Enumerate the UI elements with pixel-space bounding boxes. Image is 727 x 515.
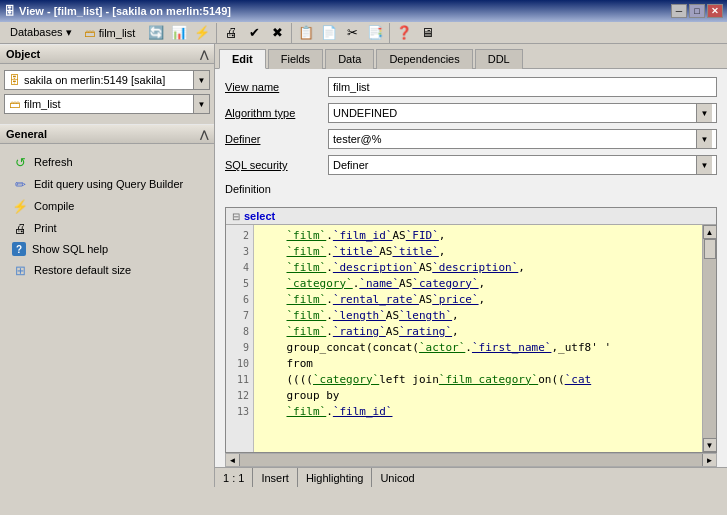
view-name-input[interactable] bbox=[328, 77, 717, 97]
code-line-2: `film`.`film_id` AS `FID`, bbox=[260, 227, 696, 243]
line-num-4: 4 bbox=[226, 259, 253, 275]
definer-select[interactable]: tester@% ▼ bbox=[328, 129, 717, 149]
object-section-header: Object ⋀ bbox=[0, 44, 214, 64]
show-sql-label: Show SQL help bbox=[32, 243, 108, 255]
code-area[interactable]: `film`.`film_id` AS `FID`, `film`.`title… bbox=[254, 225, 702, 452]
sql-scrollbar[interactable]: ▲ ▼ bbox=[702, 225, 716, 452]
toolbar-film-list: film_list bbox=[99, 27, 136, 39]
line-num-3: 3 bbox=[226, 243, 253, 259]
table-selector-icon: 🗃 bbox=[9, 98, 20, 110]
toolbar-monitor-btn[interactable]: 🖥 bbox=[416, 22, 438, 44]
sidebar-item-print[interactable]: 🖨 Print bbox=[8, 218, 206, 238]
scroll-down-button[interactable]: ▼ bbox=[703, 438, 717, 452]
status-highlighting: Highlighting bbox=[298, 468, 372, 487]
sidebar-item-refresh[interactable]: ↺ Refresh bbox=[8, 152, 206, 172]
general-collapse-icon[interactable]: ⋀ bbox=[200, 129, 208, 140]
line-num-13: 13 bbox=[226, 403, 253, 419]
code-line-11: ((((`category` left join `film category`… bbox=[260, 371, 696, 387]
line-num-7: 7 bbox=[226, 307, 253, 323]
definer-arrow[interactable]: ▼ bbox=[696, 130, 712, 148]
maximize-button[interactable]: □ bbox=[689, 4, 705, 18]
tab-fields[interactable]: Fields bbox=[268, 49, 323, 69]
highlighting-label: Highlighting bbox=[306, 472, 363, 484]
toolbar-chart-btn[interactable]: 📊 bbox=[168, 22, 190, 44]
restore-icon: ⊞ bbox=[12, 262, 28, 278]
db-selector-icon: 🗄 bbox=[9, 74, 20, 86]
sql-security-arrow[interactable]: ▼ bbox=[696, 156, 712, 174]
window-title: View - [film_list] - [sakila on merlin:5… bbox=[19, 5, 231, 17]
scroll-up-button[interactable]: ▲ bbox=[703, 225, 717, 239]
line-num-2: 2 bbox=[226, 227, 253, 243]
toolbar-scissors-btn[interactable]: ✂ bbox=[341, 22, 363, 44]
code-line-8: `film`.`rating` AS `rating`, bbox=[260, 323, 696, 339]
db-selector-arrow[interactable]: ▼ bbox=[193, 71, 209, 89]
h-scroll-track[interactable] bbox=[240, 454, 702, 466]
definer-label: Definer bbox=[225, 133, 320, 145]
status-position: 1 : 1 bbox=[215, 468, 253, 487]
table-selector[interactable]: 🗃 film_list ▼ bbox=[4, 94, 210, 114]
toolbar-check-btn[interactable]: ✔ bbox=[243, 22, 265, 44]
status-encoding: Unicod bbox=[372, 468, 727, 487]
code-line-13: `film`.`film_id` bbox=[260, 403, 696, 419]
tab-data[interactable]: Data bbox=[325, 49, 374, 69]
sidebar-item-edit-query[interactable]: ✏ Edit query using Query Builder bbox=[8, 174, 206, 194]
sidebar-item-restore[interactable]: ⊞ Restore default size bbox=[8, 260, 206, 280]
scroll-track[interactable] bbox=[703, 239, 717, 438]
line-numbers: 2 3 4 5 6 7 8 9 10 11 12 13 bbox=[226, 225, 254, 452]
general-section-header: General ⋀ bbox=[0, 124, 214, 144]
toolbar-refresh-btn[interactable]: 🔄 bbox=[145, 22, 167, 44]
toolbar-paste-btn[interactable]: 📄 bbox=[318, 22, 340, 44]
code-line-7: `film`.`length` AS `length`, bbox=[260, 307, 696, 323]
sql-expand-icon[interactable]: ⊟ bbox=[232, 211, 240, 222]
object-label: Object bbox=[6, 48, 40, 60]
code-line-9: group_concat(concat(`actor`.`first_name`… bbox=[260, 339, 696, 355]
db-selector-text: sakila on merlin:5149 [sakila] bbox=[24, 74, 189, 86]
form-content: View name Algorithm type UNDEFINED ▼ Def… bbox=[215, 69, 727, 207]
line-num-6: 6 bbox=[226, 291, 253, 307]
sql-editor[interactable]: ⊟ select 2 3 4 5 6 7 8 9 10 11 12 13 bbox=[225, 207, 717, 453]
edit-query-label: Edit query using Query Builder bbox=[34, 178, 183, 190]
scroll-right-button[interactable]: ► bbox=[702, 454, 716, 466]
horizontal-scrollbar[interactable]: ◄ ► bbox=[225, 453, 717, 467]
tab-dependencies[interactable]: Dependencies bbox=[376, 49, 472, 69]
algorithm-select[interactable]: UNDEFINED ▼ bbox=[328, 103, 717, 123]
scroll-thumb[interactable] bbox=[704, 239, 716, 259]
toolbar-stop-btn[interactable]: ✖ bbox=[266, 22, 288, 44]
title-bar: 🗄 View - [film_list] - [sakila on merlin… bbox=[0, 0, 727, 22]
show-sql-icon: ? bbox=[12, 242, 26, 256]
scroll-left-button[interactable]: ◄ bbox=[226, 454, 240, 466]
toolbar-copy-btn[interactable]: 📋 bbox=[295, 22, 317, 44]
code-line-3: `film`.`title` AS `title`, bbox=[260, 243, 696, 259]
sidebar-item-compile[interactable]: ⚡ Compile bbox=[8, 196, 206, 216]
cursor-position: 1 : 1 bbox=[223, 472, 244, 484]
table-selector-arrow[interactable]: ▼ bbox=[193, 95, 209, 113]
close-button[interactable]: ✕ bbox=[707, 4, 723, 18]
line-num-10: 10 bbox=[226, 355, 253, 371]
line-num-5: 5 bbox=[226, 275, 253, 291]
tab-edit[interactable]: Edit bbox=[219, 49, 266, 69]
toolbar-paste2-btn[interactable]: 📑 bbox=[364, 22, 386, 44]
sql-editor-header: ⊟ select bbox=[226, 208, 716, 225]
toolbar-lightning-btn[interactable]: ⚡ bbox=[191, 22, 213, 44]
toolbar-help-btn[interactable]: ❓ bbox=[393, 22, 415, 44]
db-selector[interactable]: 🗄 sakila on merlin:5149 [sakila] ▼ bbox=[4, 70, 210, 90]
compile-label: Compile bbox=[34, 200, 74, 212]
line-num-8: 8 bbox=[226, 323, 253, 339]
menu-databases[interactable]: Databases ▾ bbox=[4, 24, 78, 41]
toolbar-print-btn[interactable]: 🖨 bbox=[220, 22, 242, 44]
print-label: Print bbox=[34, 222, 57, 234]
table-icon: 🗃 bbox=[84, 27, 95, 39]
sidebar-item-show-sql[interactable]: ? Show SQL help bbox=[8, 240, 206, 258]
app-icon: 🗄 bbox=[4, 5, 15, 17]
editor-mode: Insert bbox=[261, 472, 289, 484]
sql-header-keyword: select bbox=[244, 210, 275, 222]
right-panel: Edit Fields Data Dependencies DDL View n… bbox=[215, 44, 727, 487]
tab-ddl[interactable]: DDL bbox=[475, 49, 523, 69]
object-section: 🗄 sakila on merlin:5149 [sakila] ▼ 🗃 fil… bbox=[0, 64, 214, 124]
compile-icon: ⚡ bbox=[12, 198, 28, 214]
encoding-label: Unicod bbox=[380, 472, 414, 484]
algorithm-arrow[interactable]: ▼ bbox=[696, 104, 712, 122]
object-collapse-icon[interactable]: ⋀ bbox=[200, 49, 208, 60]
minimize-button[interactable]: ─ bbox=[671, 4, 687, 18]
sql-security-select[interactable]: Definer ▼ bbox=[328, 155, 717, 175]
